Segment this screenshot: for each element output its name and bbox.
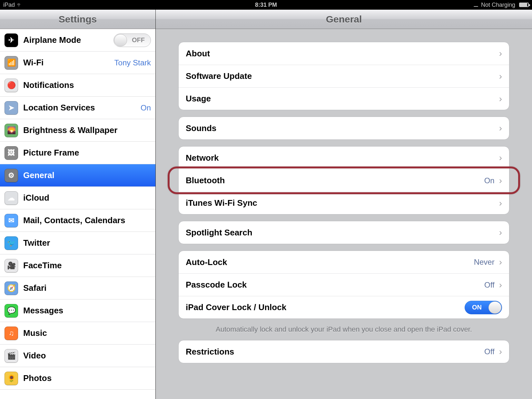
detail-title: General <box>156 10 532 29</box>
row-passcode-lock[interactable]: Passcode LockOff› <box>179 273 509 296</box>
sidebar-icon: ♫ <box>5 327 18 340</box>
sidebar-icon: ⚙ <box>5 169 18 182</box>
row-network[interactable]: Network› <box>179 147 509 169</box>
airplane-icon: ✈ <box>5 33 18 47</box>
settings-group: Spotlight Search› <box>178 221 509 244</box>
sidebar-icon: 🎥 <box>5 259 18 272</box>
row-sounds[interactable]: Sounds› <box>179 117 509 139</box>
sidebar-item-label: Location Services <box>23 103 95 113</box>
chevron-right-icon: › <box>499 228 502 237</box>
chevron-right-icon: › <box>499 49 502 58</box>
sidebar-list[interactable]: ✈ Airplane Mode OFF 📶Wi-FiTony Stark🔴Not… <box>0 29 155 399</box>
sidebar-item-icloud[interactable]: ☁iCloud <box>0 187 155 209</box>
row-label: Network <box>186 153 219 163</box>
battery-icon <box>519 3 529 7</box>
detail-scroll[interactable]: About›Software Update›Usage›Sounds›Netwo… <box>156 29 532 399</box>
charging-label: Not Charging <box>481 2 515 8</box>
wifi-icon: ᯤ <box>17 2 23 8</box>
chevron-right-icon: › <box>499 72 502 81</box>
sidebar-icon: 🎬 <box>5 349 18 363</box>
row-software-update[interactable]: Software Update› <box>179 65 509 87</box>
row-label: Spotlight Search <box>186 228 252 238</box>
row-auto-lock[interactable]: Auto-LockNever› <box>179 251 509 273</box>
sidebar-item-label: Safari <box>23 283 46 293</box>
toggle-knob <box>488 301 501 314</box>
settings-group: Network›BluetoothOn›iTunes Wi-Fi Sync› <box>178 146 509 214</box>
toggle-off-label: OFF <box>132 36 145 44</box>
sidebar-item-label: Picture Frame <box>23 148 79 158</box>
sidebar-icon: 💬 <box>5 304 18 318</box>
row-label: Restrictions <box>186 347 234 357</box>
sidebar-item-airplane-mode[interactable]: ✈ Airplane Mode OFF <box>0 29 155 52</box>
row-label: About <box>186 49 210 59</box>
chevron-right-icon: › <box>499 258 502 267</box>
sidebar-item-location-services[interactable]: ➤Location ServicesOn <box>0 97 155 119</box>
sidebar-item-label: Photos <box>23 373 52 383</box>
sidebar-item-safari[interactable]: 🧭Safari <box>0 277 155 299</box>
general-detail-pane: General About›Software Update›Usage›Soun… <box>156 10 532 399</box>
settings-group: Auto-LockNever›Passcode LockOff›iPad Cov… <box>178 251 509 319</box>
chevron-right-icon: › <box>499 199 502 208</box>
sidebar-item-label: Notifications <box>23 80 74 90</box>
sidebar-item-messages[interactable]: 💬Messages <box>0 299 155 322</box>
sidebar-item-facetime[interactable]: 🎥FaceTime <box>0 254 155 277</box>
clock: 8:31 PM <box>255 2 277 8</box>
sidebar-item-video[interactable]: 🎬Video <box>0 345 155 367</box>
sidebar-item-value: On <box>141 103 151 112</box>
row-label: Software Update <box>186 71 252 81</box>
sidebar-item-label: Brightness & Wallpaper <box>23 125 117 135</box>
sidebar-item-label: Wi-Fi <box>23 58 44 68</box>
row-spotlight-search[interactable]: Spotlight Search› <box>179 221 509 244</box>
settings-group: RestrictionsOff› <box>178 340 509 363</box>
sidebar-item-label: Video <box>23 351 46 361</box>
sidebar-icon: ✉ <box>5 214 18 227</box>
sidebar-item-label: Messages <box>23 306 63 316</box>
sidebar-icon: ➤ <box>5 101 18 115</box>
sidebar-item-twitter[interactable]: 🐦Twitter <box>0 232 155 254</box>
row-value: Never <box>474 258 495 267</box>
sidebar-item-value: Tony Stark <box>114 58 151 67</box>
sidebar-item-label: Mail, Contacts, Calendars <box>23 215 125 225</box>
sidebar-item-music[interactable]: ♫Music <box>0 322 155 345</box>
chevron-right-icon: › <box>499 280 502 290</box>
row-bluetooth[interactable]: BluetoothOn› <box>179 169 509 192</box>
sidebar-icon: 🖼 <box>5 146 18 160</box>
row-usage[interactable]: Usage› <box>179 87 509 110</box>
sidebar-item-label: General <box>23 170 54 180</box>
sidebar-item-general[interactable]: ⚙General <box>0 164 155 187</box>
sidebar-item-notifications[interactable]: 🔴Notifications <box>0 74 155 97</box>
row-ipad-cover-lock-unlock[interactable]: iPad Cover Lock / UnlockON <box>179 296 509 318</box>
bluetooth-icon: ⚊ <box>473 1 478 8</box>
row-about[interactable]: About› <box>179 42 509 65</box>
airplane-toggle[interactable]: OFF <box>113 33 151 47</box>
group-footnote: Automatically lock and unlock your iPad … <box>185 325 503 334</box>
sidebar-item-mail-contacts-calendars[interactable]: ✉Mail, Contacts, Calendars <box>0 209 155 232</box>
row-value: On <box>484 176 495 185</box>
sidebar-item-photos[interactable]: 🌻Photos <box>0 367 155 390</box>
chevron-right-icon: › <box>499 176 502 185</box>
sidebar-icon: ☁ <box>5 191 18 205</box>
row-label: Auto-Lock <box>186 257 227 267</box>
sidebar-item-picture-frame[interactable]: 🖼Picture Frame <box>0 142 155 164</box>
sidebar-item-label: FaceTime <box>23 261 62 271</box>
sidebar-item-brightness-wallpaper[interactable]: 🌄Brightness & Wallpaper <box>0 119 155 142</box>
sidebar-item-wi-fi[interactable]: 📶Wi-FiTony Stark <box>0 52 155 74</box>
settings-group: Sounds› <box>178 117 509 140</box>
sidebar-item-label: iCloud <box>23 193 49 203</box>
sidebar-icon: 🌄 <box>5 124 18 137</box>
row-value: Off <box>484 347 495 356</box>
sidebar-item-label: Music <box>23 328 47 338</box>
chevron-right-icon: › <box>499 347 502 356</box>
row-restrictions[interactable]: RestrictionsOff› <box>179 340 509 363</box>
chevron-right-icon: › <box>499 94 502 103</box>
row-label: Passcode Lock <box>186 280 247 290</box>
row-itunes-wi-fi-sync[interactable]: iTunes Wi-Fi Sync› <box>179 192 509 214</box>
sidebar-title: Settings <box>0 10 155 29</box>
chevron-right-icon: › <box>499 124 502 133</box>
row-label: Usage <box>186 94 211 104</box>
sidebar-item-label: Airplane Mode <box>23 35 81 45</box>
sidebar-icon: 📶 <box>5 56 18 70</box>
status-bar: iPad ᯤ 8:31 PM ⚊ Not Charging <box>0 0 532 10</box>
toggle-knob <box>114 34 127 46</box>
ipad-cover-lock-unlock-toggle[interactable]: ON <box>465 301 502 314</box>
